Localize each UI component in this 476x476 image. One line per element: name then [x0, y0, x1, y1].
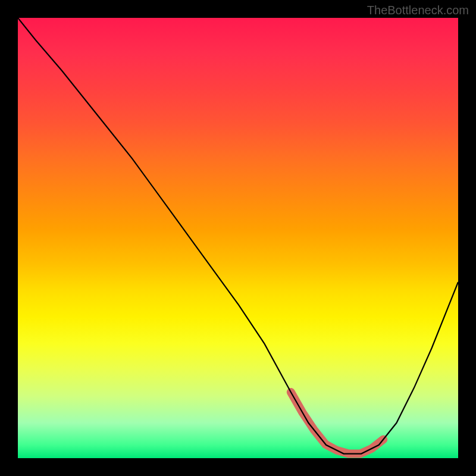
- chart-curve-layer: [18, 18, 458, 458]
- chart-highlight-segment: [291, 392, 383, 454]
- chart-plot-area: [18, 18, 458, 458]
- watermark-text: TheBottleneck.com: [367, 4, 469, 17]
- chart-main-curve: [18, 18, 458, 454]
